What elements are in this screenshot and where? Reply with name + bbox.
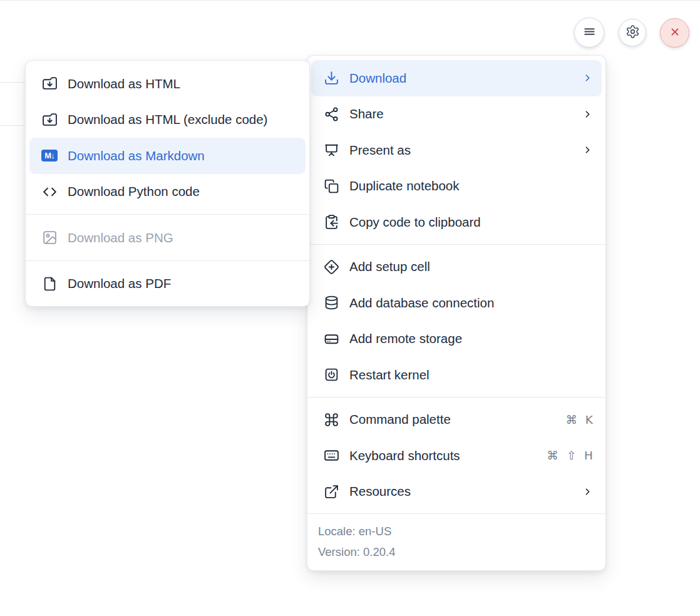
menu-item-label: Present as <box>349 143 582 158</box>
menu-item-resources[interactable]: Resources <box>311 474 602 510</box>
presentation-icon <box>323 142 339 158</box>
submenu-item-download-as-html[interactable]: Download as HTML <box>29 66 306 102</box>
menu-item-label: Keyboard shortcuts <box>349 448 547 463</box>
close-x-icon <box>669 26 681 41</box>
menu-item-restart-kernel[interactable]: Restart kernel <box>311 357 602 393</box>
hard-drive-icon <box>323 331 339 347</box>
chevron-right-icon <box>582 486 593 497</box>
copy-icon <box>323 178 339 194</box>
locale-text: Locale: en-US <box>318 521 595 542</box>
image-icon <box>41 230 58 246</box>
page-top-border <box>0 0 700 1</box>
menu-item-command-palette[interactable]: Command palette ⌘ K <box>311 402 602 438</box>
settings-button[interactable] <box>619 19 646 46</box>
folder-download-icon <box>41 76 58 92</box>
diamond-plus-icon <box>323 259 339 275</box>
menu-footer: Locale: en-US Version: 0.20.4 <box>307 514 605 570</box>
background-cell-border <box>0 125 28 126</box>
version-text: Version: 0.20.4 <box>318 542 595 562</box>
menu-item-duplicate-notebook[interactable]: Duplicate notebook <box>311 168 602 205</box>
submenu-item-download-python-code[interactable]: Download Python code <box>29 174 306 210</box>
menu-item-download[interactable]: Download <box>311 60 602 96</box>
menu-item-label: Download as PDF <box>68 276 297 291</box>
menu-item-label: Restart kernel <box>349 367 593 382</box>
menu-item-copy-code-to-clipboard[interactable]: Copy code to clipboard <box>311 204 602 240</box>
menu-item-add-setup-cell[interactable]: Add setup cell <box>311 249 602 285</box>
menu-item-label: Add setup cell <box>349 259 593 274</box>
menu-item-label: Share <box>349 106 582 121</box>
submenu-item-download-as-pdf[interactable]: Download as PDF <box>29 266 306 302</box>
menu-item-label: Download Python code <box>68 184 297 199</box>
menu-group: Command palette ⌘ K Keyboard shortcuts ⌘… <box>307 398 605 514</box>
background-cell-border <box>0 82 28 83</box>
gear-icon <box>625 24 640 41</box>
menu-item-keyboard-shortcuts[interactable]: Keyboard shortcuts ⌘ ⇧ H <box>311 438 602 474</box>
menu-item-add-database-connection[interactable]: Add database connection <box>311 285 602 321</box>
share-icon <box>323 106 339 122</box>
markdown-badge: M↓ <box>41 150 58 162</box>
clipboard-copy-icon <box>323 214 339 230</box>
command-icon <box>323 411 339 428</box>
keyboard-icon <box>323 448 339 464</box>
download-submenu: Download as HTML Download as HTML (exclu… <box>25 60 310 307</box>
chevron-right-icon <box>582 109 593 120</box>
folder-download-icon <box>41 111 58 128</box>
menu-group: Download Share Present as Duplicate note… <box>307 56 605 244</box>
menu-group: Download as HTML Download as HTML (exclu… <box>26 61 309 214</box>
hamburger-icon <box>582 24 597 41</box>
chevron-right-icon <box>582 73 593 83</box>
menu-item-label: Download as HTML <box>68 76 297 91</box>
menu-item-present-as[interactable]: Present as <box>311 132 602 168</box>
download-icon <box>323 70 339 86</box>
menu-item-add-remote-storage[interactable]: Add remote storage <box>311 321 602 357</box>
menu-group: Add setup cell Add database connection A… <box>307 245 605 397</box>
menu-group: Download as PDF <box>26 261 309 307</box>
submenu-item-download-as-png: Download as PNG <box>29 220 306 256</box>
submenu-item-download-as-markdown[interactable]: M↓ Download as Markdown <box>29 138 306 174</box>
menu-group: Download as PNG <box>26 215 309 260</box>
notebook-menu-button[interactable] <box>574 18 604 48</box>
code-icon <box>41 183 58 200</box>
notebook-menu-dropdown: Download Share Present as Duplicate note… <box>307 55 606 571</box>
menu-item-label: Duplicate notebook <box>349 178 593 193</box>
power-square-icon <box>323 367 339 383</box>
chevron-right-icon <box>582 145 593 155</box>
markdown-download-icon: M↓ <box>41 148 58 164</box>
menu-item-label: Download as PNG <box>68 230 297 245</box>
shutdown-button[interactable] <box>660 18 689 48</box>
menu-item-label: Download <box>349 71 582 86</box>
external-link-icon <box>323 483 339 500</box>
shortcut-command-k: ⌘ K <box>565 413 593 426</box>
submenu-item-download-as-html-exclude-code[interactable]: Download as HTML (exclude code) <box>29 102 306 138</box>
menu-item-label: Copy code to clipboard <box>349 215 593 230</box>
menu-item-label: Add remote storage <box>349 331 593 346</box>
database-icon <box>323 295 339 311</box>
shortcut-command-shift-h: ⌘ ⇧ H <box>547 449 593 462</box>
file-icon <box>41 275 58 292</box>
menu-item-label: Command palette <box>349 412 565 427</box>
menu-item-label: Add database connection <box>349 295 593 311</box>
menu-item-label: Resources <box>349 484 582 499</box>
menu-item-label: Download as HTML (exclude code) <box>68 112 297 127</box>
menu-item-share[interactable]: Share <box>311 96 602 133</box>
menu-item-label: Download as Markdown <box>68 148 297 163</box>
